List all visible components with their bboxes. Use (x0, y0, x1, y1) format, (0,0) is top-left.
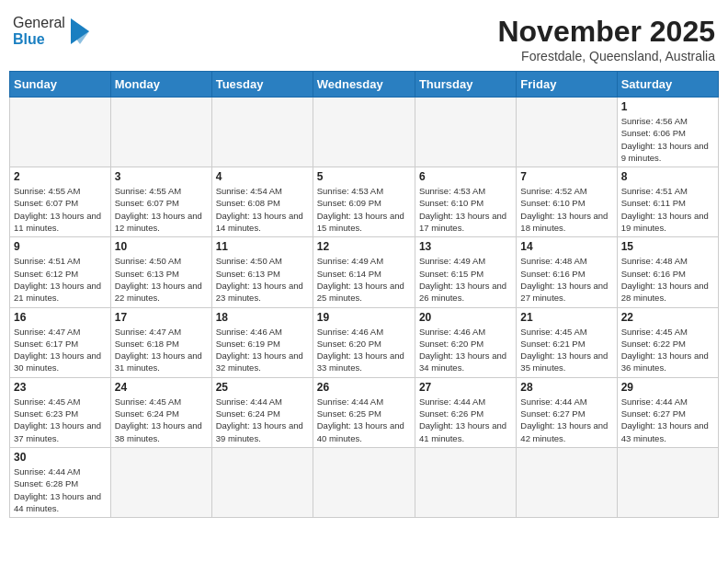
calendar-cell: 11Sunrise: 4:50 AMSunset: 6:13 PMDayligh… (211, 237, 313, 307)
calendar-cell (313, 98, 415, 167)
day-info: Sunrise: 4:51 AMSunset: 6:11 PMDaylight:… (621, 185, 714, 234)
day-info: Sunrise: 4:44 AMSunset: 6:27 PMDaylight:… (520, 396, 612, 444)
weekday-header-monday: Monday (110, 72, 211, 98)
location: Forestdale, Queensland, Australia (497, 49, 715, 63)
day-number: 19 (317, 311, 411, 324)
calendar-cell: 12Sunrise: 4:49 AMSunset: 6:14 PMDayligh… (313, 237, 415, 307)
calendar-cell: 23Sunrise: 4:45 AMSunset: 6:23 PMDayligh… (10, 377, 111, 447)
day-info: Sunrise: 4:46 AMSunset: 6:19 PMDaylight:… (216, 326, 309, 374)
weekday-header-saturday: Saturday (617, 72, 718, 98)
weekday-header-tuesday: Tuesday (211, 72, 313, 98)
day-info: Sunrise: 4:45 AMSunset: 6:24 PMDaylight:… (115, 396, 208, 444)
weekday-header-sunday: Sunday (10, 72, 111, 98)
day-number: 12 (317, 240, 411, 253)
day-number: 28 (520, 381, 612, 394)
logo-blue-text: Blue (13, 31, 65, 48)
weekday-header-friday: Friday (517, 72, 617, 98)
calendar-cell: 27Sunrise: 4:44 AMSunset: 6:26 PMDayligh… (415, 377, 516, 447)
calendar-cell (617, 447, 718, 517)
calendar-cell: 10Sunrise: 4:50 AMSunset: 6:13 PMDayligh… (110, 237, 211, 307)
page-header: General Blue November 2025 Forestdale, Q… (9, 9, 719, 63)
logo-triangle-icon (67, 15, 93, 48)
calendar-cell (110, 447, 211, 517)
calendar-cell (415, 98, 516, 167)
day-info: Sunrise: 4:50 AMSunset: 6:13 PMDaylight:… (216, 255, 309, 304)
day-info: Sunrise: 4:49 AMSunset: 6:15 PMDaylight:… (419, 255, 512, 304)
day-number: 16 (14, 311, 107, 324)
calendar-cell: 7Sunrise: 4:52 AMSunset: 6:10 PMDaylight… (517, 167, 617, 237)
day-number: 5 (317, 170, 411, 183)
day-number: 20 (419, 311, 512, 324)
day-number: 2 (14, 170, 107, 183)
day-number: 11 (216, 240, 309, 253)
calendar-cell: 18Sunrise: 4:46 AMSunset: 6:19 PMDayligh… (211, 307, 313, 377)
calendar-cell: 20Sunrise: 4:46 AMSunset: 6:20 PMDayligh… (415, 307, 516, 377)
calendar-cell: 13Sunrise: 4:49 AMSunset: 6:15 PMDayligh… (415, 237, 516, 307)
day-number: 29 (621, 381, 714, 394)
title-block: November 2025 Forestdale, Queensland, Au… (497, 15, 715, 63)
day-info: Sunrise: 4:47 AMSunset: 6:17 PMDaylight:… (14, 326, 107, 374)
day-number: 3 (115, 170, 208, 183)
day-number: 24 (115, 381, 208, 394)
calendar-cell (415, 447, 516, 517)
day-info: Sunrise: 4:54 AMSunset: 6:08 PMDaylight:… (216, 185, 309, 234)
calendar-cell: 14Sunrise: 4:48 AMSunset: 6:16 PMDayligh… (517, 237, 617, 307)
calendar-cell: 8Sunrise: 4:51 AMSunset: 6:11 PMDaylight… (617, 167, 718, 237)
calendar-cell: 4Sunrise: 4:54 AMSunset: 6:08 PMDaylight… (211, 167, 313, 237)
day-info: Sunrise: 4:55 AMSunset: 6:07 PMDaylight:… (14, 185, 107, 234)
day-info: Sunrise: 4:52 AMSunset: 6:10 PMDaylight:… (520, 185, 612, 234)
calendar-cell (211, 447, 313, 517)
day-number: 14 (520, 240, 612, 253)
day-info: Sunrise: 4:47 AMSunset: 6:18 PMDaylight:… (115, 326, 208, 374)
calendar-week-5: 23Sunrise: 4:45 AMSunset: 6:23 PMDayligh… (10, 377, 719, 447)
calendar-cell: 29Sunrise: 4:44 AMSunset: 6:27 PMDayligh… (617, 377, 718, 447)
logo: General Blue (13, 15, 93, 49)
day-number: 10 (115, 240, 208, 253)
day-number: 18 (216, 311, 309, 324)
day-info: Sunrise: 4:48 AMSunset: 6:16 PMDaylight:… (520, 255, 612, 304)
calendar-week-3: 9Sunrise: 4:51 AMSunset: 6:12 PMDaylight… (10, 237, 719, 307)
day-info: Sunrise: 4:44 AMSunset: 6:25 PMDaylight:… (317, 396, 411, 444)
calendar-cell: 2Sunrise: 4:55 AMSunset: 6:07 PMDaylight… (10, 167, 111, 237)
day-number: 1 (621, 100, 714, 113)
day-info: Sunrise: 4:44 AMSunset: 6:28 PMDaylight:… (14, 465, 107, 514)
calendar-cell (110, 98, 211, 167)
day-info: Sunrise: 4:53 AMSunset: 6:09 PMDaylight:… (317, 185, 411, 234)
day-number: 17 (115, 311, 208, 324)
day-number: 25 (216, 381, 309, 394)
calendar-cell: 15Sunrise: 4:48 AMSunset: 6:16 PMDayligh… (617, 237, 718, 307)
calendar-cell: 16Sunrise: 4:47 AMSunset: 6:17 PMDayligh… (10, 307, 111, 377)
calendar-cell (10, 98, 111, 167)
calendar-week-2: 2Sunrise: 4:55 AMSunset: 6:07 PMDaylight… (10, 167, 719, 237)
calendar-cell: 6Sunrise: 4:53 AMSunset: 6:10 PMDaylight… (415, 167, 516, 237)
day-number: 7 (520, 170, 612, 183)
calendar-cell (211, 98, 313, 167)
day-number: 30 (14, 451, 107, 464)
calendar-cell: 9Sunrise: 4:51 AMSunset: 6:12 PMDaylight… (10, 237, 111, 307)
day-info: Sunrise: 4:49 AMSunset: 6:14 PMDaylight:… (317, 255, 411, 304)
day-info: Sunrise: 4:56 AMSunset: 6:06 PMDaylight:… (621, 115, 714, 164)
day-number: 13 (419, 240, 512, 253)
day-number: 8 (621, 170, 714, 183)
calendar-cell: 25Sunrise: 4:44 AMSunset: 6:24 PMDayligh… (211, 377, 313, 447)
day-info: Sunrise: 4:45 AMSunset: 6:23 PMDaylight:… (14, 396, 107, 444)
day-number: 26 (317, 381, 411, 394)
day-info: Sunrise: 4:45 AMSunset: 6:21 PMDaylight:… (520, 326, 612, 374)
day-info: Sunrise: 4:51 AMSunset: 6:12 PMDaylight:… (14, 255, 107, 304)
day-info: Sunrise: 4:44 AMSunset: 6:26 PMDaylight:… (419, 396, 512, 444)
calendar-cell (313, 447, 415, 517)
day-info: Sunrise: 4:45 AMSunset: 6:22 PMDaylight:… (621, 326, 714, 374)
day-info: Sunrise: 4:50 AMSunset: 6:13 PMDaylight:… (115, 255, 208, 304)
calendar-week-6: 30Sunrise: 4:44 AMSunset: 6:28 PMDayligh… (10, 447, 719, 517)
calendar-cell: 28Sunrise: 4:44 AMSunset: 6:27 PMDayligh… (517, 377, 617, 447)
day-number: 15 (621, 240, 714, 253)
logo-general-text: General (13, 15, 65, 31)
day-info: Sunrise: 4:44 AMSunset: 6:27 PMDaylight:… (621, 396, 714, 444)
calendar-week-1: 1Sunrise: 4:56 AMSunset: 6:06 PMDaylight… (10, 98, 719, 167)
day-info: Sunrise: 4:55 AMSunset: 6:07 PMDaylight:… (115, 185, 208, 234)
day-number: 21 (520, 311, 612, 324)
calendar-cell: 24Sunrise: 4:45 AMSunset: 6:24 PMDayligh… (110, 377, 211, 447)
calendar-cell: 1Sunrise: 4:56 AMSunset: 6:06 PMDaylight… (617, 98, 718, 167)
day-number: 27 (419, 381, 512, 394)
day-number: 4 (216, 170, 309, 183)
